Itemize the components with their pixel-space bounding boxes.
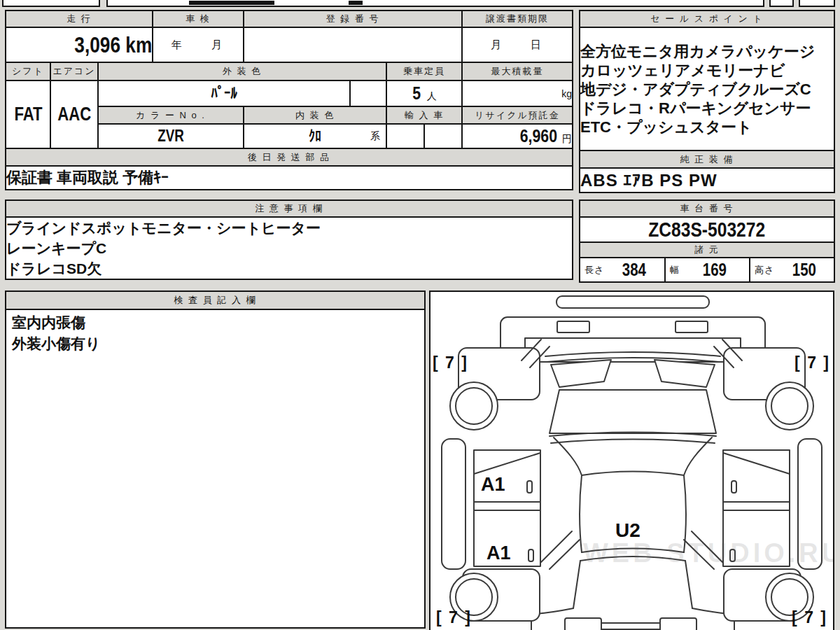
- color-no-header: カ ラ ー N o .: [98, 106, 244, 124]
- later-parts-header: 後 日 発 送 部 品: [6, 148, 573, 166]
- cropped-row-cell: [106, 0, 764, 7]
- shift-header: シフト: [6, 62, 50, 80]
- registration-value: [244, 27, 462, 62]
- auction-sheet: 走 行 車 検 登 録 番 号 譲渡書類期限 3,096 km 年 月 月 日 …: [0, 0, 840, 630]
- spec-width: 幅169: [665, 258, 750, 282]
- notes-body: ブラインドスポットモニター・シートヒーター レーンキープC ドラレコSD欠: [6, 217, 573, 279]
- damage-mark-corner-front-right: [ 7 ]: [792, 608, 827, 627]
- notes-header: 注 意 事 項 欄: [6, 200, 573, 217]
- capacity-header: 乗車定員: [386, 62, 462, 80]
- sales-point-line: 全方位モニタ用カメラパッケージ: [580, 42, 834, 61]
- later-parts-value: 保証書 車両取説 予備ｷｰ: [6, 166, 573, 190]
- cropped-text-remnant: [349, 1, 363, 5]
- watermark-text: WEB STUDIO.RU: [583, 538, 834, 568]
- sales-point-line: 地デジ・アダプティブクルーズC: [580, 80, 834, 99]
- sales-points-table: セ ー ル ス ポ イ ン ト 全方位モニタ用カメラパッケージ カロッツェリアメ…: [579, 10, 835, 193]
- interior-color-value: ｸﾛ系: [244, 124, 386, 148]
- genuine-equipment-header: 純 正 装 備: [580, 150, 834, 168]
- exterior-color-extra-cell: [350, 80, 386, 106]
- condition-diagram-box: [ 7 ] [ 7 ] [ 7 ] [ 7 ] A1 A1 U2 WEB STU…: [429, 290, 834, 630]
- cropped-row-cell: [2, 0, 100, 7]
- max-load-value: kg: [462, 80, 573, 106]
- import-car-cell-1: [386, 124, 424, 148]
- spec-height: 高さ150: [750, 258, 834, 282]
- aircon-header: エアコン: [50, 62, 98, 80]
- cropped-row-cell: [769, 0, 794, 7]
- mileage-value: 3,096 km: [6, 27, 153, 62]
- exterior-color-header: 外 装 色: [98, 62, 386, 80]
- note-line: ドラレコSD欠: [6, 258, 572, 279]
- sales-point-line: ETC・プッシュスタート: [580, 118, 834, 136]
- inspector-notes-box: 検 査 員 記 入 欄 室内内張傷 外装小傷有り: [5, 290, 426, 629]
- chassis-header: 車 台 番 号: [580, 200, 834, 217]
- aircon-value: AAC: [50, 80, 98, 148]
- chassis-value: ZC83S-503272: [580, 217, 834, 242]
- sales-point-line: カロッツェリアメモリーナビ: [580, 61, 834, 80]
- mileage-header: 走 行: [6, 10, 153, 27]
- transfer-deadline-value: 月 日: [462, 27, 573, 62]
- recycle-header: リサイクル預託金: [462, 106, 573, 124]
- max-load-header: 最大積載量: [462, 62, 573, 80]
- inspector-line: 室内内張傷: [12, 312, 419, 333]
- damage-mark-door-a1: A1: [486, 542, 511, 564]
- capacity-value: 5人: [386, 80, 462, 106]
- registration-header: 登 録 番 号: [244, 10, 462, 27]
- note-line: ブラインドスポットモニター・シートヒーター: [6, 218, 572, 238]
- spec-length: 長さ384: [580, 258, 665, 282]
- cropped-row-cell: [799, 0, 835, 7]
- inspector-line: 外装小傷有り: [12, 333, 419, 354]
- note-line: レーンキープC: [6, 238, 572, 258]
- color-no-value: ZVR: [98, 124, 244, 148]
- exterior-color-value: ﾊﾟｰﾙ: [98, 80, 350, 106]
- vehicle-data-table: 走 行 車 検 登 録 番 号 譲渡書類期限 3,096 km 年 月 月 日 …: [5, 10, 573, 190]
- damage-mark-door-a1: A1: [481, 474, 505, 496]
- damage-mark-corner-rear-left: [ 7 ]: [433, 354, 468, 372]
- damage-mark-corner-front-left: [ 7 ]: [436, 608, 472, 627]
- damage-mark-corner-rear-right: [ 7 ]: [794, 354, 830, 372]
- chassis-specs-table: 車 台 番 号 ZC83S-503272 諸 元 長さ384 幅169 高さ15…: [579, 200, 835, 283]
- sales-points-body: 全方位モニタ用カメラパッケージ カロッツェリアメモリーナビ 地デジ・アダプティブ…: [580, 27, 834, 150]
- import-car-cell-2: [424, 124, 462, 148]
- sales-point-line: ドラレコ・Rパーキングセンサー: [580, 99, 834, 118]
- specs-header: 諸 元: [580, 242, 834, 258]
- notes-table: 注 意 事 項 欄 ブラインドスポットモニター・シートヒーター レーンキープC …: [5, 200, 573, 280]
- import-car-header: 輸 入 車: [386, 106, 462, 124]
- car-outline-diagram: [430, 292, 833, 630]
- inspector-notes-body: 室内内張傷 外装小傷有り: [6, 310, 424, 356]
- genuine-equipment-value: ABS ｴｱB PS PW: [580, 168, 834, 192]
- sales-points-header: セ ー ル ス ポ イ ン ト: [580, 10, 834, 27]
- transfer-deadline-header: 譲渡書類期限: [462, 10, 573, 27]
- shift-value: FAT: [6, 80, 50, 148]
- shaken-value: 年 月: [153, 27, 244, 62]
- inspector-notes-header: 検 査 員 記 入 欄: [6, 292, 424, 310]
- recycle-value: 6,960円: [462, 124, 573, 148]
- cropped-text-remnant: [189, 1, 274, 5]
- shaken-header: 車 検: [153, 10, 244, 27]
- interior-color-header: 内 装 色: [244, 106, 386, 124]
